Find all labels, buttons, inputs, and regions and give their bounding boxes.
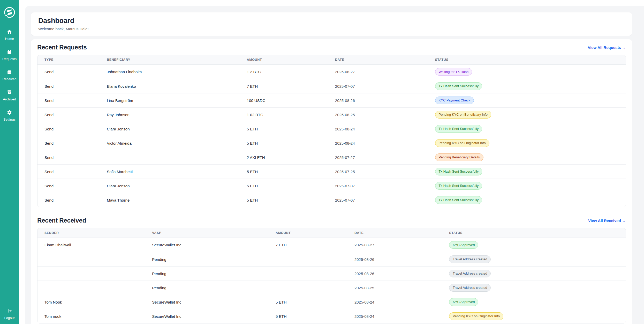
cell-date: 2025-08-24 (328, 141, 428, 145)
view-all-requests-link[interactable]: View All Requests → (588, 45, 626, 50)
sidebar-item-label: Settings (3, 117, 16, 121)
cell-vasp: Pending (145, 286, 269, 290)
cell-status: Pending KYC on Beneficiary Info (428, 111, 626, 119)
sidebar-item-requests[interactable]: Requests (0, 49, 19, 61)
sidebar-item-archived[interactable]: Archived (0, 90, 19, 101)
received-table-row[interactable]: Tom nook SecureWallet Inc 5 ETH 2025-08-… (37, 309, 626, 323)
sidebar-item-label: Home (5, 37, 14, 41)
column-header-type: TYPE (37, 58, 100, 62)
cell-type: Send (37, 98, 100, 103)
request-table-row[interactable]: Send Elana Kovalenko 7 ETH 2025-07-07 Tx… (37, 79, 626, 93)
request-table-row[interactable]: Send Lina Bergström 100 USDC 2025-08-26 … (37, 93, 626, 107)
cell-vasp: Pending (145, 271, 269, 276)
column-header-beneficiary: BENEFICIARY (100, 58, 240, 62)
status-badge: Travel Address created (449, 284, 491, 292)
cell-status: Tx Hash Sent Successfully (428, 82, 626, 90)
column-header-sender: SENDER (37, 231, 145, 235)
cell-status: Tx Hash Sent Successfully (428, 168, 626, 175)
request-table-row[interactable]: Send Clara Jenson 5 ETH 2025-08-24 Tx Ha… (37, 122, 626, 136)
cell-status: Tx Hash Sent Successfully (428, 182, 626, 190)
column-header-amount: AMOUNT (240, 58, 328, 62)
brand-logo (3, 6, 16, 19)
requests-icon (7, 49, 12, 56)
status-badge: Pending KYC on Originator Info (449, 312, 503, 320)
cell-type: Send (37, 84, 100, 89)
sidebar-item-received[interactable]: Received (0, 69, 19, 81)
sidebar-item-settings[interactable]: Settings (0, 110, 19, 121)
request-table-row[interactable]: Send Victor Almeida 5 ETH 2025-08-24 Pen… (37, 136, 626, 150)
cell-amount: 5 ETH (269, 300, 347, 304)
status-badge: Tx Hash Sent Successfully (435, 82, 482, 90)
cell-date: 2025-07-25 (328, 170, 428, 174)
cell-beneficiary: Elana Kovalenko (100, 84, 240, 89)
status-badge: Tx Hash Sent Successfully (435, 182, 482, 190)
status-badge: Travel Address created (449, 255, 491, 263)
status-badge: Tx Hash Sent Successfully (435, 125, 482, 133)
cell-date: 2025-07-27 (328, 155, 428, 160)
status-badge: KYC Approved (449, 298, 478, 306)
status-badge: Travel Address created (449, 270, 491, 277)
home-icon (7, 29, 12, 35)
cell-sender: Ekam Dhaliwall (37, 243, 145, 247)
received-table-row[interactable]: Tom Nook SecureWallet Inc 5 ETH 2025-08-… (37, 295, 626, 309)
status-badge: Waiting for TX Hash (435, 68, 472, 76)
sidebar-item-home[interactable]: Home (0, 29, 19, 41)
received-table-row[interactable]: Pending 2025-08-26 Travel Address create… (37, 252, 626, 266)
cell-amount: 7 ETH (269, 243, 347, 247)
status-badge: Tx Hash Sent Successfully (435, 168, 482, 175)
cell-status: Pending Beneficiary Details (428, 153, 626, 161)
column-header-date: DATE (328, 58, 428, 62)
page-title: Dashboard (38, 17, 625, 25)
view-all-received-link[interactable]: View All Received → (588, 218, 626, 223)
settings-icon (7, 110, 12, 116)
cell-date: 2025-07-07 (328, 84, 428, 89)
request-table-row[interactable]: Send 2 AXLETH 2025-07-27 Pending Benefic… (37, 150, 626, 164)
requests-table-header: TYPE BENEFICIARY AMOUNT DATE STATUS (37, 55, 626, 65)
cell-amount: 5 ETH (240, 141, 328, 145)
cell-date: 2025-08-24 (328, 127, 428, 131)
received-table-row[interactable]: Pending 2025-08-26 Travel Address create… (37, 266, 626, 281)
archived-icon (7, 90, 12, 96)
cell-date: 2025-08-26 (328, 98, 428, 103)
cell-beneficiary: Johnathan Lindholm (100, 70, 240, 74)
cell-sender: Tom nook (37, 314, 145, 319)
requests-table-body: Send Johnathan Lindholm 1.2 BTC 2025-08-… (37, 65, 626, 207)
sidebar-item-label: Requests (2, 57, 17, 61)
requests-section-title: Recent Requests (37, 44, 87, 51)
status-badge: Tx Hash Sent Successfully (435, 196, 482, 204)
received-table-row[interactable]: Ekam Dhaliwall SecureWallet Inc 7 ETH 20… (37, 238, 626, 252)
cell-status: Travel Address created (442, 270, 626, 277)
received-table: SENDER VASP AMOUNT DATE STATUS Ekam Dhal… (37, 228, 626, 323)
request-table-row[interactable]: Send Clara Jenson 5 ETH 2025-07-07 Tx Ha… (37, 179, 626, 193)
cell-status: KYC Approved (442, 298, 626, 306)
request-table-row[interactable]: Send Ray Johnson 1.02 BTC 2025-08-25 Pen… (37, 107, 626, 122)
cell-beneficiary: Clara Jenson (100, 184, 240, 188)
status-badge: Pending KYC on Originator Info (435, 139, 489, 147)
request-table-row[interactable]: Send Sofia Marchetti 5 ETH 2025-07-25 Tx… (37, 164, 626, 179)
cell-date: 2025-08-24 (347, 300, 442, 304)
received-section-header: Recent Received View All Received → (37, 217, 626, 224)
request-table-row[interactable]: Send Maya Thorne 5 ETH 2025-07-07 Tx Has… (37, 193, 626, 207)
requests-section-header: Recent Requests View All Requests → (37, 43, 626, 51)
received-table-row[interactable]: Pending 2025-08-25 Travel Address create… (37, 281, 626, 295)
cell-status: Pending KYC on Originator Info (428, 139, 626, 147)
sidebar-item-label: Logout (4, 316, 15, 320)
status-badge: Pending KYC on Beneficiary Info (435, 111, 491, 119)
cell-status: Travel Address created (442, 284, 626, 292)
cell-type: Send (37, 127, 100, 131)
cell-type: Send (37, 198, 100, 202)
cell-date: 2025-08-26 (347, 271, 442, 276)
column-header-date: DATE (347, 231, 442, 235)
cell-beneficiary: Lina Bergström (100, 98, 240, 103)
cell-vasp: SecureWallet Inc (145, 300, 269, 304)
cell-date: 2025-08-26 (347, 257, 442, 262)
cell-amount: 5 ETH (240, 184, 328, 188)
cell-amount: 2 AXLETH (240, 155, 328, 160)
sidebar-item-logout[interactable]: Logout (0, 308, 19, 320)
cell-date: 2025-07-07 (328, 184, 428, 188)
request-table-row[interactable]: Send Johnathan Lindholm 1.2 BTC 2025-08-… (37, 65, 626, 79)
cell-status: KYC Approved (442, 241, 626, 249)
welcome-message: Welcome back, Marcus Hale! (38, 27, 625, 31)
sidebar-item-label: Archived (3, 97, 16, 101)
cell-beneficiary: Sofia Marchetti (100, 170, 240, 174)
